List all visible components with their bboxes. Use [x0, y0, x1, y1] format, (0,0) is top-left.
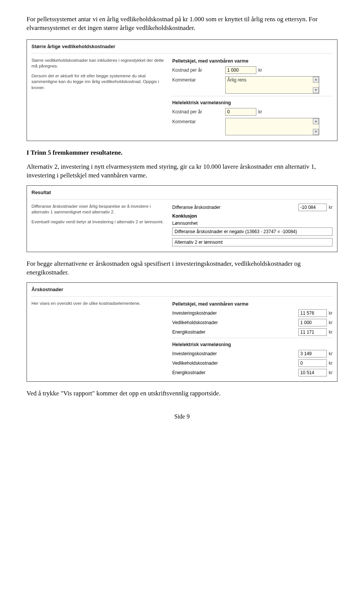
maintenance-panel: Større årlige vedlikeholdskostnader Stør… [27, 39, 337, 141]
scroll-up-icon[interactable]: ▲ [313, 77, 319, 83]
intro-paragraph: For pelletssystemet antar vi en årlig ve… [27, 15, 337, 33]
system1-cost-input[interactable] [225, 66, 256, 74]
conclusion-heading: Konklusjon [172, 213, 333, 219]
divider [31, 53, 333, 54]
help-text: Differanse årskostnader viser årlig besp… [31, 204, 167, 215]
system1-comment-input[interactable]: Årlig rens [225, 76, 319, 94]
cost-row-label: Investeringskostnader [172, 351, 267, 356]
divider [31, 296, 333, 297]
divider [31, 199, 333, 200]
unit-label: kr [329, 370, 333, 375]
unit-label: kr [329, 351, 333, 356]
cost-label: Kostnad per år [172, 66, 225, 73]
cost-row-value [298, 309, 327, 317]
scroll-down-icon[interactable]: ▼ [313, 87, 319, 93]
cost-row-label: Vedlikeholdskostnader [172, 320, 267, 325]
cost-row-label: Energikostnader [172, 329, 267, 335]
comment-label: Kommentar [172, 118, 225, 124]
cost-row-value [298, 328, 327, 336]
scroll-down-icon[interactable]: ▼ [313, 129, 319, 135]
unit-label: kr [329, 329, 333, 335]
unit-label: kr [329, 205, 333, 210]
system2-heading: Helelektrisk varmeløsning [172, 338, 333, 347]
scroll-up-icon[interactable]: ▲ [313, 118, 319, 124]
diff-label: Differanse årskostnader [172, 205, 252, 210]
diff-value [298, 204, 327, 211]
help-text: Her vises en oversikt over de ulike kost… [31, 301, 167, 307]
annual-costs-title: Årskostnader [31, 287, 333, 292]
conclusion-line2: Alternativ 2 er lønnsomt [172, 238, 333, 246]
comment-label: Kommentar [172, 76, 225, 83]
maintenance-description: Større vedlikeholdskostnader kan inklude… [31, 58, 167, 138]
body-paragraph: I Trinn 5 fremkommer resultatene. [27, 149, 337, 157]
help-text: Større vedlikeholdskostnader kan inklude… [31, 58, 167, 69]
unit-label: kr [258, 109, 262, 114]
unit-label: kr [329, 361, 333, 366]
annual-costs-description: Her vises en oversikt over de ulike kost… [31, 301, 167, 378]
cost-row-value [298, 359, 327, 367]
page-footer: Side 9 [27, 413, 337, 420]
cost-label: Kostnad per år [172, 108, 225, 114]
system2-cost-input[interactable] [225, 108, 256, 116]
body-paragraph: Alternativ 2, investering i nytt elvarme… [27, 163, 337, 180]
body-paragraph: For begge alternativene er årskostnaden … [27, 260, 337, 277]
cost-row-value [298, 319, 327, 326]
result-panel: Resultat Differanse årskostnader viser å… [27, 185, 337, 252]
profitability-label: Lønnsomhet [172, 221, 333, 226]
cost-row-label: Investeringskostnader [172, 310, 267, 316]
unit-label: kr [329, 310, 333, 316]
system2-heading: Helelektrisk varmeløsning [172, 96, 333, 105]
unit-label: kr [329, 320, 333, 325]
cost-row-value [298, 350, 327, 357]
result-title: Resultat [31, 190, 333, 195]
system1-heading: Pelletskjel, med vannbåren varme [172, 58, 333, 64]
system2-comment-input[interactable] [225, 118, 319, 135]
help-text: Eventuell negativ verdi betyr at investe… [31, 219, 167, 225]
cost-row-label: Vedlikeholdskostnader [172, 361, 267, 366]
help-text: Dersom det er aktuelt for ett eller begg… [31, 73, 167, 91]
result-description: Differanse årskostnader viser årlig besp… [31, 204, 167, 249]
outro-paragraph: Ved å trykke "Vis rapport" kommer det op… [27, 389, 337, 398]
system1-heading: Pelletskjel, med vannbåren varme [172, 301, 333, 307]
maintenance-title: Større årlige vedlikeholdskostnader [31, 44, 333, 49]
annual-costs-panel: Årskostnader Her vises en oversikt over … [27, 282, 337, 382]
cost-row-label: Energikostnader [172, 370, 267, 375]
cost-row-value [298, 369, 327, 376]
unit-label: kr [258, 67, 262, 73]
conclusion-line1: Differanse årskostnader er negativ (1366… [172, 227, 333, 236]
